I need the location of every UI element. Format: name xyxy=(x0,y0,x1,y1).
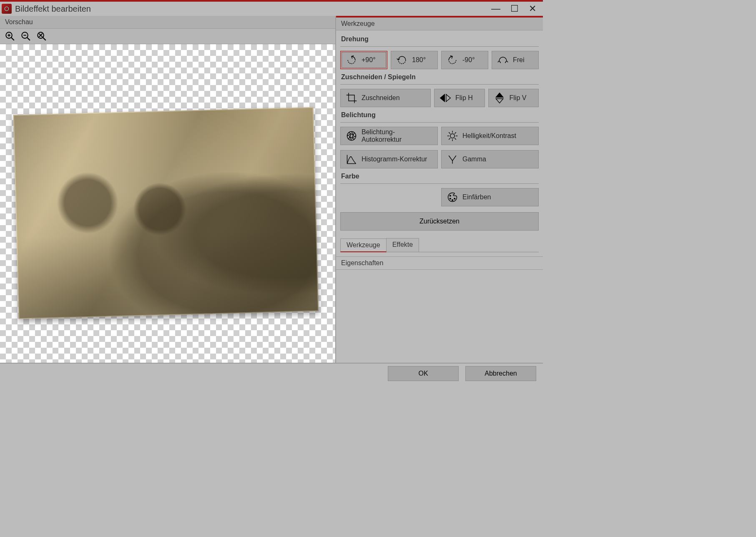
divider xyxy=(340,84,539,85)
svg-line-23 xyxy=(449,132,450,134)
cancel-button[interactable]: Abbrechen xyxy=(465,366,536,381)
ok-button[interactable]: OK xyxy=(388,366,459,381)
window-title: Bildeffekt bearbeiten xyxy=(15,4,491,14)
svg-line-26 xyxy=(455,132,456,134)
reset-label: Zurücksetzen xyxy=(419,218,460,225)
tab-effects-label: Effekte xyxy=(392,241,413,248)
gamma-label: Gamma xyxy=(462,156,486,163)
flip-h-label: Flip H xyxy=(455,94,473,102)
rotate-minus90-button[interactable]: -90° xyxy=(441,51,488,69)
flip-v-button[interactable]: Flip V xyxy=(488,89,539,107)
divider xyxy=(340,46,539,47)
svg-marker-14 xyxy=(446,94,451,102)
svg-marker-16 xyxy=(496,99,503,103)
histogram-button[interactable]: Histogramm-Korrektur xyxy=(340,150,438,168)
flip-h-icon xyxy=(440,92,451,104)
tools-panel: Werkzeuge Drehung +90° 180° -90° xyxy=(335,16,543,363)
tint-label: Einfärben xyxy=(462,193,491,201)
close-icon[interactable]: ✕ xyxy=(529,4,536,13)
brightness-button[interactable]: Helligkeit/Kontrast xyxy=(441,127,539,145)
aperture-icon xyxy=(346,130,357,142)
rotate-free-button[interactable]: Frei xyxy=(492,51,539,69)
tools-header: Werkzeuge xyxy=(336,18,543,30)
svg-line-3 xyxy=(11,38,14,40)
svg-point-1 xyxy=(6,8,8,10)
rotate-180-button[interactable]: 180° xyxy=(391,51,438,69)
rotate-180-icon xyxy=(396,54,408,66)
minimize-icon[interactable]: — xyxy=(491,4,500,13)
rotate-180-label: 180° xyxy=(412,56,426,64)
maximize-icon[interactable]: ☐ xyxy=(510,4,519,13)
svg-point-27 xyxy=(450,195,451,196)
zoom-fit-icon[interactable] xyxy=(36,30,48,42)
section-crop-title: Zuschneiden / Spiegeln xyxy=(340,71,539,82)
svg-marker-15 xyxy=(496,93,503,98)
tab-tools-label: Werkzeuge xyxy=(347,241,380,248)
tools-tabs: Werkzeuge Effekte xyxy=(340,238,539,252)
tint-button[interactable]: Einfärben xyxy=(441,188,539,206)
rotate-plus90-button[interactable]: +90° xyxy=(340,51,387,69)
app-icon xyxy=(2,4,12,14)
preview-header: Vorschau xyxy=(0,16,335,29)
reset-button[interactable]: Zurücksetzen xyxy=(340,212,539,231)
flip-h-button[interactable]: Flip H xyxy=(434,89,485,107)
window-controls: — ☐ ✕ xyxy=(491,4,540,13)
divider xyxy=(340,183,539,184)
sun-icon xyxy=(447,130,458,142)
svg-line-25 xyxy=(449,138,450,140)
rotate-minus90-label: -90° xyxy=(462,56,475,64)
zoom-out-icon[interactable] xyxy=(20,30,32,42)
ok-label: OK xyxy=(418,370,428,377)
svg-point-18 xyxy=(450,134,455,138)
exposure-auto-button[interactable]: Belichtung-Autokorrektur xyxy=(340,127,438,145)
svg-line-24 xyxy=(455,138,456,140)
canvas-area[interactable] xyxy=(0,44,335,363)
rotate-ccw-icon xyxy=(447,54,458,66)
tab-effects[interactable]: Effekte xyxy=(386,238,419,252)
gamma-icon xyxy=(447,153,458,165)
rotate-free-icon xyxy=(497,54,509,66)
tab-tools[interactable]: Werkzeuge xyxy=(340,238,387,252)
svg-point-30 xyxy=(454,198,455,199)
section-exposure-title: Belichtung xyxy=(340,109,539,120)
zoom-in-icon[interactable] xyxy=(4,30,16,42)
histogram-label: Histogramm-Korrektur xyxy=(362,156,427,163)
rotate-free-label: Frei xyxy=(513,56,525,64)
crop-label: Zuschneiden xyxy=(362,94,400,102)
histogram-icon xyxy=(346,153,357,165)
section-rotation-title: Drehung xyxy=(340,33,539,44)
exposure-auto-label: Belichtung-Autokorrektur xyxy=(362,128,432,143)
svg-line-7 xyxy=(27,38,30,40)
divider xyxy=(340,122,539,123)
properties-panel: Eigenschaften xyxy=(336,256,543,363)
rotate-plus90-label: +90° xyxy=(362,56,376,64)
cancel-label: Abbrechen xyxy=(485,370,517,377)
svg-line-10 xyxy=(43,38,46,40)
flip-v-icon xyxy=(494,92,505,104)
preview-panel: Vorschau xyxy=(0,16,335,363)
properties-header: Eigenschaften xyxy=(336,257,543,270)
gamma-button[interactable]: Gamma xyxy=(441,150,539,168)
svg-point-28 xyxy=(450,198,451,199)
crop-icon xyxy=(346,92,357,104)
zoom-toolbar xyxy=(0,29,335,44)
titlebar: Bildeffekt bearbeiten — ☐ ✕ xyxy=(0,0,543,16)
preview-image xyxy=(13,107,319,319)
svg-marker-13 xyxy=(440,94,445,102)
rotate-cw-icon xyxy=(346,54,357,66)
dialog-footer: OK Abbrechen xyxy=(0,363,543,384)
palette-icon xyxy=(447,191,458,203)
crop-button[interactable]: Zuschneiden xyxy=(340,89,431,107)
section-color-title: Farbe xyxy=(340,170,539,181)
svg-point-29 xyxy=(452,200,453,201)
brightness-label: Helligkeit/Kontrast xyxy=(462,132,516,140)
flip-v-label: Flip V xyxy=(510,94,527,102)
